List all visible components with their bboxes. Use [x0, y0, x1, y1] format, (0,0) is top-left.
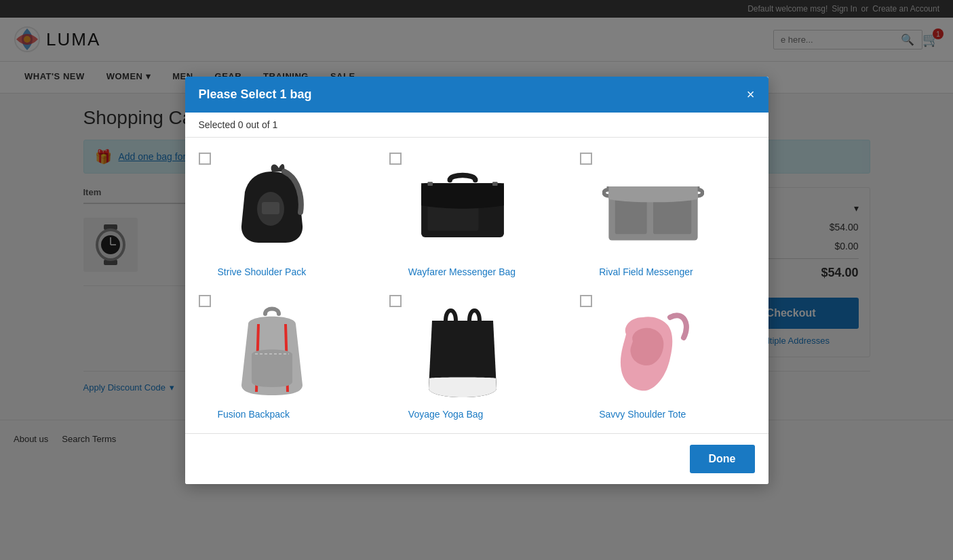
svg-rect-14 — [492, 182, 498, 186]
bag-checkbox-wayfarer[interactable] — [389, 153, 402, 165]
bag-image-voyage — [408, 294, 517, 402]
modal-body: Strive Shoulder Pack — [185, 138, 769, 433]
bag-name-wayfarer[interactable]: Wayfarer Messenger Bag — [389, 266, 516, 277]
modal-close-button[interactable]: × — [747, 87, 755, 101]
bag-image-savvy — [599, 294, 707, 402]
bag-image-fusion — [218, 294, 326, 402]
done-button[interactable]: Done — [690, 445, 755, 458]
bag-name-fusion[interactable]: Fusion Backpack — [199, 409, 290, 420]
bag-image-rival — [599, 151, 707, 260]
bag-checkbox-voyage[interactable] — [389, 295, 402, 307]
list-item: Fusion Backpack — [199, 294, 373, 420]
bag-image-wayfarer — [408, 151, 517, 260]
modal-footer: Done — [185, 433, 769, 458]
modal-subheader: Selected 0 out of 1 — [185, 113, 769, 138]
bag-checkbox-savvy[interactable] — [580, 295, 592, 307]
list-item: Rival Field Messenger — [580, 151, 754, 277]
bag-select-modal: Please Select 1 bag × Selected 0 out of … — [185, 77, 769, 458]
list-item: Savvy Shoulder Tote — [580, 294, 754, 420]
svg-rect-10 — [262, 202, 279, 214]
bag-name-strive[interactable]: Strive Shoulder Pack — [199, 266, 307, 277]
voyage-bag-image — [419, 297, 507, 399]
savvy-bag-image — [609, 297, 697, 399]
modal-title: Please Select 1 bag — [199, 87, 312, 102]
list-item: Strive Shoulder Pack — [199, 151, 373, 277]
svg-rect-13 — [427, 182, 433, 186]
bag-name-voyage[interactable]: Voyage Yoga Bag — [389, 409, 484, 420]
rival-bag-image — [602, 161, 704, 249]
bag-image-strive — [218, 151, 326, 260]
bag-name-savvy[interactable]: Savvy Shoulder Tote — [580, 409, 686, 420]
list-item: Voyage Yoga Bag — [389, 294, 564, 420]
wayfarer-bag-image — [412, 161, 513, 249]
bag-grid: Strive Shoulder Pack — [199, 151, 755, 420]
modal-overlay[interactable]: Please Select 1 bag × Selected 0 out of … — [0, 0, 953, 458]
list-item: Wayfarer Messenger Bag — [389, 151, 564, 277]
selected-count: Selected 0 out of 1 — [199, 119, 278, 130]
bag-name-rival[interactable]: Rival Field Messenger — [580, 266, 693, 277]
bag-checkbox-fusion[interactable] — [199, 295, 211, 307]
fusion-bag-image — [228, 297, 316, 399]
strive-bag-image — [225, 158, 319, 253]
modal-header: Please Select 1 bag × — [185, 77, 769, 113]
bag-checkbox-rival[interactable] — [580, 153, 592, 165]
bag-checkbox-strive[interactable] — [199, 153, 211, 165]
